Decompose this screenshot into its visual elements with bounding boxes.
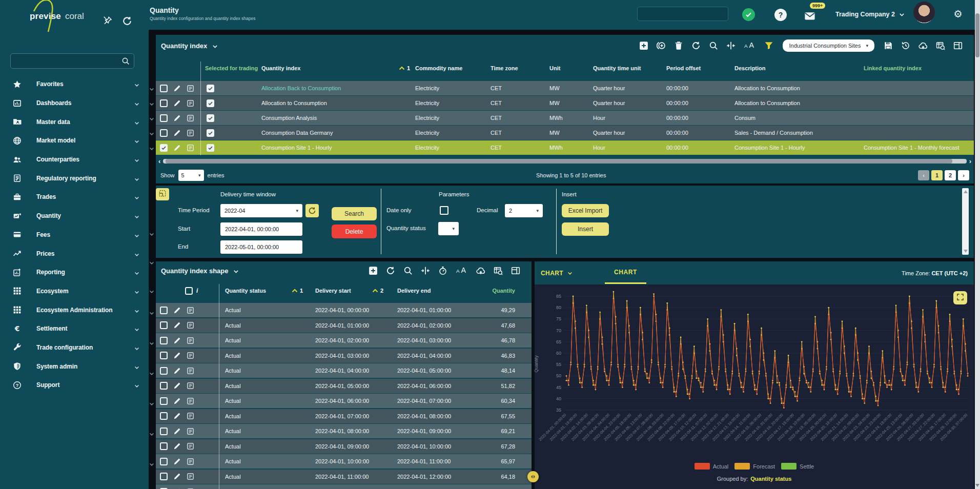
- row-expander-chevron-icon[interactable]: [149, 259, 156, 265]
- save-button[interactable]: [884, 41, 893, 50]
- row-checkbox[interactable]: [160, 114, 168, 122]
- table-row[interactable]: Actual2022-04-01, 12:00:002022-04-01, 13…: [156, 484, 532, 489]
- table-row[interactable]: Actual2022-04-01, 08:00:002022-04-01, 09…: [156, 424, 532, 438]
- edit-pencil-icon[interactable]: [173, 85, 181, 92]
- sidebar-item-system-admin[interactable]: System admin: [0, 357, 149, 376]
- trading-checkbox[interactable]: [207, 114, 214, 122]
- table-row[interactable]: Actual2022-04-01, 04:00:002022-04-01, 05…: [156, 363, 532, 378]
- column-header-delivery-start[interactable]: Delivery start2: [308, 288, 389, 294]
- sidebar-item-reporting[interactable]: Reporting: [0, 263, 149, 282]
- sidebar-item-regulatory-reporting[interactable]: Regulatory reporting: [0, 169, 149, 188]
- layout-button[interactable]: [953, 41, 963, 50]
- quantity-index-title[interactable]: Quantity index: [161, 42, 218, 50]
- details-icon[interactable]: [187, 99, 194, 107]
- sidebar-item-market-model[interactable]: Market model: [0, 131, 149, 150]
- details-icon[interactable]: [187, 458, 194, 465]
- details-icon[interactable]: [187, 337, 194, 344]
- add-button[interactable]: [639, 41, 648, 50]
- column-header[interactable]: Linked quantity index: [864, 65, 974, 71]
- search-button[interactable]: [709, 41, 718, 50]
- row-checkbox[interactable]: [160, 337, 168, 344]
- edit-pencil-icon[interactable]: [173, 337, 181, 344]
- legend-item-settle[interactable]: Settle: [781, 463, 814, 470]
- edit-pencil-icon[interactable]: [173, 382, 181, 390]
- page-scrollbar[interactable]: [975, 0, 980, 489]
- excel-import-button[interactable]: Excel Import: [562, 204, 609, 217]
- row-checkbox[interactable]: [160, 144, 168, 152]
- row-expander-chevron-icon[interactable]: [149, 230, 156, 236]
- grouped-by-value[interactable]: Quantity status: [750, 476, 791, 482]
- row-expander-chevron-icon[interactable]: [149, 460, 156, 466]
- row-expander-chevron-icon[interactable]: [149, 400, 156, 406]
- column-header[interactable]: Commodity name: [415, 65, 491, 71]
- app-logo[interactable]: previsecoral: [30, 11, 84, 36]
- sidebar-item-settlement[interactable]: €Settlement: [0, 319, 149, 338]
- details-icon[interactable]: [187, 114, 194, 122]
- edit-pencil-icon[interactable]: [173, 412, 181, 420]
- trading-checkbox[interactable]: [207, 144, 214, 152]
- delete-button[interactable]: Delete: [332, 225, 377, 238]
- sidebar-item-ecosystem-administration[interactable]: Ecosystem Administration: [0, 300, 149, 319]
- column-header[interactable]: Description: [734, 65, 864, 71]
- table-row[interactable]: Actual2022-04-01, 02:00:002022-04-01, 03…: [156, 333, 532, 348]
- page-size-select[interactable]: 5▾: [178, 170, 204, 181]
- legend-item-forecast[interactable]: Forecast: [734, 463, 775, 470]
- status-ok-icon[interactable]: [742, 8, 755, 21]
- sort-indicator[interactable]: 2: [372, 288, 383, 294]
- table-row[interactable]: Actual2022-04-01, 00:00:002022-04-01, 01…: [156, 303, 532, 317]
- row-checkbox[interactable]: [160, 442, 168, 450]
- legend-item-actual[interactable]: Actual: [695, 463, 729, 470]
- view-selector[interactable]: Industrial Consumption Sites▾: [783, 39, 874, 52]
- settings-gear-icon[interactable]: ⚙: [952, 9, 964, 20]
- sidebar-item-master-data[interactable]: Master data: [0, 112, 149, 131]
- details-icon[interactable]: [187, 129, 194, 137]
- row-checkbox[interactable]: [160, 397, 168, 405]
- add-button[interactable]: [369, 266, 378, 275]
- scrollbar-thumb[interactable]: [166, 159, 952, 164]
- column-header[interactable]: Time zone: [491, 65, 549, 71]
- row-expander-chevron-icon[interactable]: [149, 288, 156, 294]
- refresh-icon[interactable]: [122, 16, 132, 26]
- row-expander-chevron-icon[interactable]: [149, 130, 156, 136]
- row-expander-chevron-icon[interactable]: [149, 430, 156, 436]
- details-icon[interactable]: [187, 307, 194, 314]
- fit-columns-button[interactable]: [421, 266, 430, 275]
- decimal-select[interactable]: 2▾: [505, 204, 543, 217]
- row-checkbox[interactable]: [160, 352, 168, 359]
- table-row[interactable]: Consumption Data GermanyElectricityCETMW…: [156, 126, 974, 140]
- next-page-button[interactable]: ›: [958, 170, 969, 180]
- sidebar-item-dashboards[interactable]: Dashboards: [0, 94, 149, 113]
- quantity-index-name[interactable]: Allocation Back to Consumption: [261, 85, 415, 91]
- cloud-upload-button[interactable]: [476, 266, 485, 275]
- edit-pencil-icon[interactable]: [173, 114, 181, 122]
- insert-button[interactable]: Insert: [562, 222, 609, 236]
- quantity-index-name[interactable]: Allocation to Consumption: [261, 100, 415, 106]
- row-checkbox[interactable]: [160, 99, 168, 107]
- font-size-button[interactable]: AA: [744, 41, 756, 50]
- timeseries-chart[interactable]: 85807570656055504540352022-04-01, 00:00:…: [535, 284, 974, 489]
- shape-title[interactable]: Quantity index shape: [161, 267, 239, 275]
- reload-period-button[interactable]: [305, 204, 319, 217]
- fit-columns-button[interactable]: [726, 41, 736, 50]
- row-checkbox[interactable]: [160, 129, 168, 137]
- edit-pencil-icon[interactable]: [173, 144, 181, 152]
- tab-chart[interactable]: CHART: [605, 262, 646, 284]
- trading-checkbox[interactable]: [207, 99, 214, 107]
- column-header[interactable]: Selected for trading: [205, 65, 261, 71]
- table-search-button[interactable]: [494, 266, 503, 275]
- timer-button[interactable]: [438, 266, 447, 275]
- search-button[interactable]: Search: [332, 207, 377, 220]
- row-checkbox[interactable]: [160, 473, 168, 480]
- column-header[interactable]: Quantity time unit: [593, 65, 666, 71]
- table-row[interactable]: Actual2022-04-01, 09:00:002022-04-01, 10…: [156, 439, 532, 454]
- table-row[interactable]: Consumption Site 1 - HourlyElectricityCE…: [156, 140, 974, 155]
- table-row[interactable]: Actual2022-04-01, 11:00:002022-04-01, 12…: [156, 470, 532, 484]
- details-icon[interactable]: [187, 367, 194, 375]
- start-input[interactable]: [220, 222, 302, 236]
- trading-checkbox[interactable]: [207, 129, 214, 137]
- quantity-index-name[interactable]: Consumption Site 1 - Hourly: [261, 145, 415, 151]
- scroll-left-icon[interactable]: ‹: [158, 158, 160, 165]
- messages-icon[interactable]: 999+: [803, 10, 817, 22]
- sidebar-item-fees[interactable]: Fees: [0, 226, 149, 244]
- duplicate-button[interactable]: [657, 41, 666, 50]
